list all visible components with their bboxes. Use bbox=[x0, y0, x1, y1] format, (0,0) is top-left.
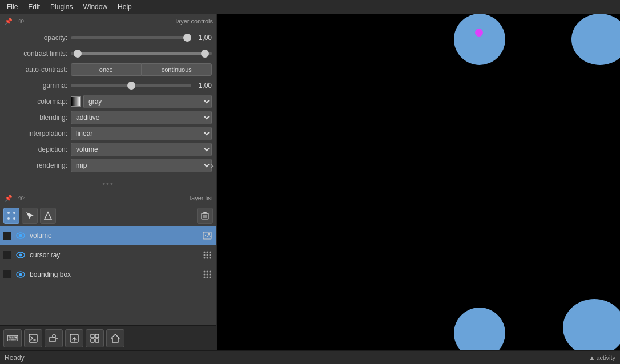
layer-visibility-bounding-box[interactable] bbox=[15, 269, 26, 280]
svg-point-0 bbox=[7, 212, 10, 214]
layer-item-volume[interactable]: volume bbox=[0, 226, 216, 245]
layer-color-cursor-ray bbox=[3, 251, 11, 259]
colormap-control: gray viridis hot bbox=[71, 95, 212, 108]
canvas-area[interactable] bbox=[217, 14, 620, 350]
interpolation-select[interactable]: linear nearest bbox=[71, 127, 212, 140]
section-more-button[interactable]: › bbox=[207, 160, 216, 172]
activity-arrow-icon: ▲ bbox=[589, 354, 595, 361]
menu-help[interactable]: Help bbox=[113, 2, 136, 12]
export-button[interactable] bbox=[65, 329, 83, 347]
colormap-label: colormap: bbox=[5, 98, 67, 106]
image-icon bbox=[203, 232, 212, 240]
auto-contrast-control: once continuous bbox=[71, 63, 212, 76]
svg-point-18 bbox=[207, 252, 208, 253]
controls-grid: opacity: 1,00 contrast limits: bbox=[0, 29, 216, 175]
grid-button[interactable] bbox=[86, 329, 104, 347]
auto-contrast-row: auto-contrast: once continuous bbox=[5, 62, 212, 78]
once-button[interactable]: once bbox=[71, 63, 142, 76]
home-button[interactable] bbox=[106, 329, 124, 347]
svg-point-2 bbox=[7, 217, 10, 220]
scatter-icon-2 bbox=[203, 270, 211, 278]
activity-button[interactable]: ▲ activity bbox=[589, 354, 615, 361]
layer-color-volume bbox=[3, 232, 11, 240]
depiction-select[interactable]: volume plane bbox=[71, 143, 212, 156]
eye-layer-icon[interactable]: 👁 bbox=[16, 193, 26, 203]
delete-layer-button[interactable] bbox=[197, 208, 213, 224]
script-button[interactable] bbox=[24, 329, 42, 347]
layer-type-icon-volume bbox=[202, 230, 213, 241]
svg-marker-48 bbox=[111, 334, 119, 342]
svg-rect-45 bbox=[95, 334, 99, 338]
activity-label: activity bbox=[596, 354, 615, 361]
layer-controls-header: 📌 👁 layer controls bbox=[0, 14, 216, 29]
scatter-icon bbox=[203, 251, 211, 259]
layer-name-cursor-ray: cursor ray bbox=[30, 251, 198, 259]
points-tool-button[interactable] bbox=[3, 208, 19, 224]
gamma-label: gamma: bbox=[5, 82, 67, 90]
menu-file[interactable]: File bbox=[2, 2, 22, 12]
layer-visibility-volume[interactable] bbox=[15, 230, 26, 241]
layer-controls-title: layer controls bbox=[176, 18, 213, 25]
gamma-row: gamma: 1,00 bbox=[5, 78, 212, 94]
svg-marker-4 bbox=[45, 212, 51, 219]
eye-open-icon-3 bbox=[16, 271, 25, 278]
plugin-button[interactable] bbox=[45, 329, 63, 347]
circle-top-right bbox=[571, 14, 620, 65]
svg-point-23 bbox=[204, 257, 206, 259]
svg-point-19 bbox=[210, 252, 211, 253]
gamma-slider-container bbox=[71, 84, 191, 87]
opacity-label: opacity: bbox=[5, 34, 67, 42]
blending-row: blending: additive translucent opaque bbox=[5, 110, 212, 126]
pin-layer-icon[interactable]: 📌 bbox=[3, 193, 14, 203]
opacity-row: opacity: 1,00 bbox=[5, 30, 212, 46]
gamma-control: 1,00 bbox=[71, 82, 212, 90]
console-button[interactable]: ⌨ bbox=[3, 329, 22, 347]
trash-icon bbox=[201, 212, 209, 220]
interpolation-control: linear nearest bbox=[71, 127, 212, 140]
circle-bottom-right bbox=[563, 299, 620, 350]
grid-icon bbox=[90, 333, 100, 343]
blending-select[interactable]: additive translucent opaque bbox=[71, 111, 212, 124]
contrast-track[interactable] bbox=[71, 52, 212, 55]
menu-plugins[interactable]: Plugins bbox=[46, 2, 77, 12]
home-icon bbox=[110, 333, 120, 343]
opacity-value: 1,00 bbox=[194, 34, 212, 42]
menu-edit[interactable]: Edit bbox=[23, 2, 45, 12]
contrast-thumb-left[interactable] bbox=[74, 50, 82, 58]
select-icon bbox=[25, 211, 34, 220]
rendering-select[interactable]: mip attenuated mip additive iso average bbox=[71, 159, 212, 172]
menu-window[interactable]: Window bbox=[78, 2, 112, 12]
colormap-select[interactable]: gray viridis hot bbox=[83, 95, 212, 108]
layer-item-cursor-ray[interactable]: cursor ray bbox=[0, 245, 216, 265]
pink-dot bbox=[475, 29, 483, 37]
svg-point-21 bbox=[207, 254, 208, 256]
svg-point-1 bbox=[13, 212, 15, 214]
svg-point-28 bbox=[204, 271, 206, 273]
rendering-row: rendering: mip attenuated mip additive i… bbox=[5, 157, 212, 173]
depiction-control: volume plane bbox=[71, 143, 212, 156]
pin-icon[interactable]: 📌 bbox=[3, 16, 14, 26]
layer-controls-section: 📌 👁 layer controls opacity: 1,00 bbox=[0, 14, 216, 177]
contrast-thumb-right[interactable] bbox=[201, 50, 209, 58]
blending-control: additive translucent opaque bbox=[71, 111, 212, 124]
svg-rect-39 bbox=[50, 337, 55, 342]
layer-item-bounding-box[interactable]: bounding box bbox=[0, 265, 216, 284]
dots-icon: ••• bbox=[102, 179, 114, 188]
opacity-slider[interactable] bbox=[71, 36, 191, 39]
gamma-value: 1,00 bbox=[194, 82, 212, 90]
svg-point-3 bbox=[13, 217, 15, 220]
svg-rect-46 bbox=[91, 339, 94, 342]
export-icon bbox=[69, 333, 79, 343]
svg-point-16 bbox=[19, 254, 22, 257]
svg-point-24 bbox=[207, 257, 208, 259]
layer-visibility-cursor-ray[interactable] bbox=[15, 249, 26, 261]
eye-controls-icon[interactable]: 👁 bbox=[16, 16, 26, 26]
menubar: File Edit Plugins Window Help bbox=[0, 0, 620, 14]
ready-status: Ready bbox=[5, 354, 25, 362]
shapes-tool-button[interactable] bbox=[40, 208, 56, 224]
circle-top-left bbox=[454, 14, 505, 65]
gamma-slider[interactable] bbox=[71, 84, 191, 87]
continuous-button[interactable]: continuous bbox=[142, 63, 212, 76]
blending-label: blending: bbox=[5, 114, 67, 122]
select-tool-button[interactable] bbox=[22, 208, 38, 224]
